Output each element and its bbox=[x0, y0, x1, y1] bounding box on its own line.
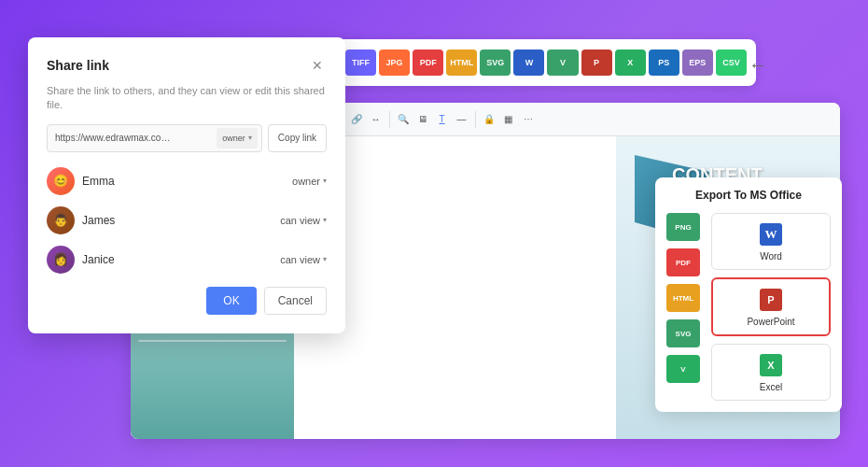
user-name-james: James bbox=[82, 214, 273, 227]
role-label-janice: can view bbox=[280, 254, 320, 265]
tiff-badge[interactable]: TIFF bbox=[345, 50, 376, 76]
role-chevron-james: ▾ bbox=[323, 216, 327, 224]
cancel-button[interactable]: Cancel bbox=[264, 287, 327, 315]
export-panel: Export To MS Office PNG PDF HTML SVG V W… bbox=[655, 177, 842, 412]
ok-button[interactable]: OK bbox=[206, 287, 256, 315]
modal-close-button[interactable]: ✕ bbox=[308, 56, 327, 75]
role-label-james: can view bbox=[280, 215, 320, 226]
export-icon-pdf[interactable]: PDF bbox=[666, 248, 700, 276]
export-icon-svg[interactable]: SVG bbox=[666, 319, 700, 347]
share-link-modal: Share link ✕ Share the link to others, a… bbox=[28, 37, 345, 333]
modal-header: Share link ✕ bbox=[47, 56, 327, 75]
user-name-emma: Emma bbox=[82, 175, 285, 188]
export-panel-content: PNG PDF HTML SVG V W Word P PowerPoint X bbox=[666, 213, 831, 401]
link-role-badge[interactable]: owner ▾ bbox=[217, 128, 258, 149]
lock-tool[interactable]: 🔒 bbox=[481, 111, 497, 128]
export-icon-html[interactable]: HTML bbox=[666, 284, 700, 312]
link-url-text: https://www.edrawmax.com/online/fil bbox=[55, 133, 176, 143]
word-label: Word bbox=[760, 251, 782, 262]
user-row-james: 👨 James can view ▾ bbox=[47, 206, 327, 234]
powerpoint-label: PowerPoint bbox=[747, 317, 794, 327]
ppt-badge[interactable]: P bbox=[581, 50, 612, 76]
export-item-excel[interactable]: X Excel bbox=[711, 344, 831, 401]
role-chevron-janice: ▾ bbox=[323, 255, 327, 263]
link-role-label: owner bbox=[222, 134, 245, 143]
link-role-chevron: ▾ bbox=[248, 134, 252, 142]
separator-3 bbox=[475, 111, 476, 128]
excel-label: Excel bbox=[760, 382, 782, 392]
ps-badge[interactable]: PS bbox=[649, 50, 679, 76]
role-label-emma: owner bbox=[292, 176, 320, 187]
jpg-badge[interactable]: JPG bbox=[379, 50, 410, 76]
ppt-p-icon: P bbox=[760, 289, 782, 311]
word-badge[interactable]: W bbox=[513, 50, 544, 76]
zoom-in-tool[interactable]: 🔍 bbox=[395, 111, 412, 128]
underline-tool[interactable]: T bbox=[434, 111, 451, 128]
grid-tool[interactable]: ▦ bbox=[500, 111, 517, 128]
screen-tool[interactable]: 🖥 bbox=[414, 111, 431, 128]
export-panel-title: Export To MS Office bbox=[666, 189, 831, 202]
arrow-tool[interactable]: ↔ bbox=[368, 111, 385, 128]
user-role-emma[interactable]: owner ▾ bbox=[292, 176, 327, 187]
export-item-word[interactable]: W Word bbox=[711, 213, 831, 270]
user-role-james[interactable]: can view ▾ bbox=[280, 215, 327, 226]
modal-title: Share link bbox=[47, 58, 109, 73]
export-icon-png[interactable]: PNG bbox=[666, 213, 700, 241]
csv-badge[interactable]: CSV bbox=[716, 50, 747, 76]
export-item-powerpoint[interactable]: P PowerPoint bbox=[711, 277, 831, 336]
pdf-badge[interactable]: PDF bbox=[413, 50, 443, 76]
avatar-emma: 😊 bbox=[47, 167, 75, 195]
minus-tool[interactable]: — bbox=[454, 111, 470, 128]
word-w-icon: W bbox=[760, 223, 782, 246]
visio-badge[interactable]: V bbox=[547, 50, 578, 76]
link-input-field[interactable]: https://www.edrawmax.com/online/fil owne… bbox=[47, 124, 262, 152]
eps-badge[interactable]: EPS bbox=[682, 50, 713, 76]
user-name-janice: Janice bbox=[82, 253, 273, 266]
user-row-emma: 😊 Emma owner ▾ bbox=[47, 167, 327, 195]
building-line bbox=[138, 340, 287, 342]
export-icons-column: PNG PDF HTML SVG V bbox=[666, 213, 704, 401]
link-row: https://www.edrawmax.com/online/fil owne… bbox=[47, 124, 327, 152]
avatar-janice: 👩 bbox=[47, 246, 75, 274]
html-badge[interactable]: HTML bbox=[446, 50, 477, 76]
role-chevron-emma: ▾ bbox=[323, 177, 327, 185]
excel-badge[interactable]: X bbox=[615, 50, 646, 76]
separator-2 bbox=[389, 111, 390, 128]
modal-subtitle: Share the link to others, and they can v… bbox=[47, 84, 327, 113]
copy-link-button[interactable]: Copy link bbox=[268, 124, 327, 152]
avatar-james: 👨 bbox=[47, 206, 75, 234]
excel-icon: X bbox=[758, 352, 784, 378]
link-tool[interactable]: 🔗 bbox=[348, 111, 365, 128]
user-role-janice[interactable]: can view ▾ bbox=[280, 254, 327, 265]
export-grid: W Word P PowerPoint X Excel bbox=[711, 213, 831, 401]
excel-x-icon: X bbox=[760, 354, 782, 376]
user-row-janice: 👩 Janice can view ▾ bbox=[47, 246, 327, 274]
word-icon: W bbox=[758, 221, 784, 248]
arrow-indicator: ← bbox=[749, 54, 767, 76]
powerpoint-icon: P bbox=[758, 287, 784, 313]
more-tool[interactable]: ⋯ bbox=[520, 111, 537, 128]
export-icon-v[interactable]: V bbox=[666, 355, 700, 383]
svg-badge[interactable]: SVG bbox=[480, 50, 511, 76]
format-export-toolbar: TIFF JPG PDF HTML SVG W V P X PS EPS CSV bbox=[336, 39, 756, 86]
modal-actions: OK Cancel bbox=[47, 287, 327, 315]
